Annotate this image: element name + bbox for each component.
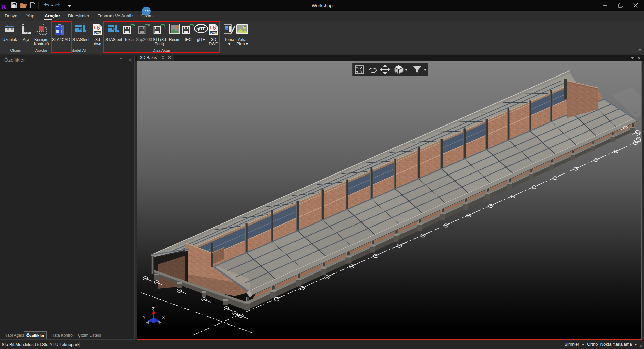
svg-text:X: X [162,315,165,320]
svg-text:DWG: DWG [94,31,101,34]
svg-text:Z: Z [152,306,155,311]
svg-text:π: π [1,1,6,11]
svg-text:Y: Y [143,315,146,320]
